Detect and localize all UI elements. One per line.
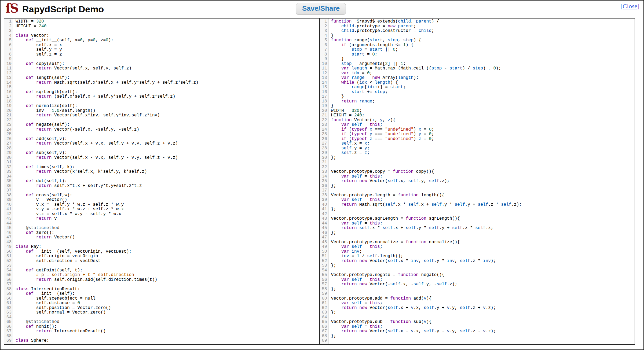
code-line[interactable] <box>16 71 318 76</box>
code-line[interactable]: while (idx < length) { <box>331 80 634 85</box>
code-line[interactable] <box>331 338 634 343</box>
code-line[interactable] <box>16 221 318 226</box>
code-line[interactable]: return Vector(-self.x, -self.y, -self.z) <box>16 127 318 132</box>
code-line[interactable]: }; <box>331 334 634 339</box>
code-line[interactable]: var range = new Array(length); <box>331 76 634 80</box>
code-line[interactable] <box>16 240 318 245</box>
code-line[interactable]: child.prototype = new parent; <box>331 24 634 29</box>
code-line[interactable]: return IntersectionResult() <box>16 329 318 334</box>
code-line[interactable]: }; <box>331 231 634 235</box>
code-line[interactable]: def __init__(self): <box>16 292 318 296</box>
output-editor-pane[interactable]: 1234567891011121314151617181920212223242… <box>320 18 635 345</box>
code-line[interactable]: return self.origin.add(self.direction.ti… <box>16 278 318 282</box>
code-line[interactable]: def sub(self,v): <box>16 151 318 156</box>
code-line[interactable] <box>331 212 634 217</box>
code-line[interactable] <box>16 315 318 320</box>
code-line[interactable]: return new Vector(-self.x, -self.y, -sel… <box>331 282 634 287</box>
code-line[interactable]: var self = this; <box>331 123 634 127</box>
code-line[interactable]: def cross(self,w): <box>16 193 318 198</box>
code-line[interactable] <box>16 160 318 165</box>
save-share-button[interactable]: Save/Share <box>296 3 346 15</box>
code-line[interactable]: step = arguments[2] || 1; <box>331 62 634 67</box>
code-line[interactable]: } <box>331 104 634 109</box>
code-line[interactable]: return Vector(self.x*inv, self.y*inv,sel… <box>16 113 318 118</box>
code-line[interactable]: }; <box>331 263 634 268</box>
code-line[interactable]: function range(start, stop, step) { <box>331 38 634 43</box>
code-line[interactable]: return Vector(self.x - v.x, self.y - v.y… <box>16 156 318 160</box>
code-line[interactable]: start = 0; <box>331 52 634 57</box>
code-line[interactable] <box>16 334 318 339</box>
code-line[interactable]: return Vector() <box>16 235 318 240</box>
code-line[interactable]: return self.x * self.x + self.y * self.y… <box>331 226 634 231</box>
code-line[interactable]: return new Vector(self.x + v.x, self.y +… <box>331 306 634 311</box>
code-line[interactable]: def normalize(self): <box>16 104 318 109</box>
code-line[interactable]: return Math.sqrt(self.x*self.x + self.y*… <box>16 80 318 85</box>
code-line[interactable]: }; <box>331 207 634 212</box>
code-line[interactable] <box>16 85 318 90</box>
code-line[interactable]: self.position = Vector.zero() <box>16 306 318 311</box>
code-line[interactable]: self.z = z; <box>331 151 634 156</box>
code-line[interactable]: WIDTH = 320; <box>331 109 634 113</box>
code-line[interactable]: v.x = self.y * w.z - self.z * w.y <box>16 202 318 207</box>
code-line[interactable]: if (typeof z === "undefined") z = 0; <box>331 137 634 142</box>
code-line[interactable]: def __init__(self, x=0, y=0, z=0): <box>16 38 318 43</box>
code-line[interactable]: # p = self.origin + t * self.direction <box>16 273 318 278</box>
code-line[interactable]: return Vector(self.x, self.y, self.z) <box>16 66 318 71</box>
code-line[interactable]: return (self.x*self.x + self.y*self.y + … <box>16 94 318 99</box>
code-line[interactable]: @staticmethod <box>16 320 318 325</box>
code-line[interactable]: function _$rapyd$_extends(child, parent)… <box>331 19 634 24</box>
code-line[interactable]: return new Vector(self.x - v.x, self.y -… <box>331 329 634 334</box>
code-line[interactable]: self.sceneobject = null <box>16 296 318 301</box>
code-line[interactable]: def add(self,v): <box>16 137 318 142</box>
code-line[interactable]: return Vector(k*self.x, k*self.y, k*self… <box>16 170 318 174</box>
output-code-area[interactable]: function _$rapyd$_extends(child, parent)… <box>329 19 635 344</box>
code-line[interactable]: def getPoint(self, t): <box>16 268 318 273</box>
code-line[interactable]: self.z = z <box>16 52 318 57</box>
code-line[interactable]: HEIGHT = 240 <box>16 24 318 29</box>
code-line[interactable]: var inv; <box>331 249 634 254</box>
code-line[interactable]: def negate(self): <box>16 123 318 127</box>
code-line[interactable]: range[idx++] = start; <box>331 85 634 90</box>
source-editor-pane[interactable]: 1234567891011121314151617181920212223242… <box>4 18 320 345</box>
code-line[interactable]: var self = this; <box>331 174 634 179</box>
code-line[interactable]: return v <box>16 216 318 221</box>
code-line[interactable]: self.normal = Vector.zero() <box>16 310 318 315</box>
code-line[interactable]: Vector.prototype.negate = function negat… <box>331 273 634 278</box>
code-line[interactable]: def copy(self): <box>16 62 318 67</box>
code-line[interactable]: Vector.prototype.add = function add(v){ <box>331 296 634 301</box>
code-line[interactable]: Vector.prototype.sub = function sub(v){ <box>331 320 634 325</box>
code-line[interactable]: @staticmethod <box>16 226 318 231</box>
code-line[interactable]: Vector.prototype.copy = function copy(){ <box>331 170 634 174</box>
code-line[interactable] <box>16 29 318 34</box>
code-line[interactable] <box>331 315 634 320</box>
code-line[interactable]: def sqrLength(self): <box>16 90 318 95</box>
code-line[interactable]: return new Vector(self.x * inv, self.y *… <box>331 259 634 264</box>
code-line[interactable]: class IntersectionResult: <box>16 287 318 292</box>
code-line[interactable] <box>16 99 318 104</box>
code-line[interactable]: inv = 1.0/self.length() <box>16 109 318 113</box>
code-line[interactable]: }; <box>331 287 634 292</box>
code-line[interactable]: }; <box>331 156 634 160</box>
code-line[interactable]: def dot(self,t): <box>16 179 318 184</box>
code-line[interactable]: return Math.sqrt(self.x * self.x + self.… <box>331 202 634 207</box>
code-line[interactable] <box>331 160 634 165</box>
code-line[interactable]: class Sphere: <box>16 338 318 343</box>
code-line[interactable]: var self = this; <box>331 278 634 282</box>
code-line[interactable]: self.y = y <box>16 47 318 52</box>
code-line[interactable]: class Ray: <box>16 245 318 249</box>
code-line[interactable] <box>331 165 634 170</box>
code-line[interactable]: var self = this; <box>331 221 634 226</box>
code-line[interactable]: if (arguments.length <= 1) { <box>331 43 634 48</box>
code-line[interactable]: def length(self): <box>16 76 318 80</box>
code-line[interactable]: var idx = 0; <box>331 71 634 76</box>
code-line[interactable]: WIDTH = 320 <box>16 19 318 24</box>
code-line[interactable]: self.distance = 0 <box>16 301 318 306</box>
code-line[interactable] <box>16 282 318 287</box>
code-line[interactable]: return self.x*t.x + self.y*t.y+self.z*t.… <box>16 184 318 189</box>
code-line[interactable] <box>331 268 634 273</box>
code-line[interactable]: def times(self, k): <box>16 165 318 170</box>
code-line[interactable] <box>16 146 318 151</box>
code-line[interactable]: child.prototype.constructor = child; <box>331 29 634 34</box>
code-line[interactable]: self.y = y; <box>331 146 634 151</box>
code-line[interactable]: function Vector(x, y, z){ <box>331 118 634 123</box>
